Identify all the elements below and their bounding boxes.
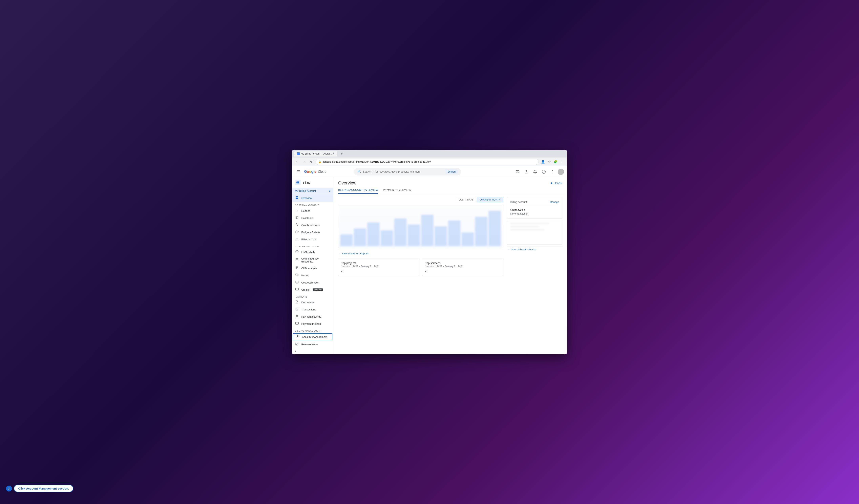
sidebar-item-payment-method[interactable]: Payment method [292,320,333,327]
last-7-days-btn[interactable]: LAST 7 DAYS [456,197,476,202]
bookmark-star-btn[interactable]: ☆ [546,159,552,165]
avatar[interactable] [558,169,564,175]
cloud-shell-btn[interactable] [514,168,521,175]
top-projects-card: Top projects January 1, 2023 – January 3… [338,259,419,276]
svg-rect-14 [296,216,298,219]
callout-container: 3 Click Account Management section. [6,485,73,492]
finops-icon [295,250,299,254]
manage-link[interactable]: Manage [550,200,559,203]
sidebar-item-cost-breakdown[interactable]: Cost breakdown [292,222,333,229]
sidebar-item-billing-export[interactable]: Billing export [292,236,333,243]
notifications-btn[interactable] [531,168,539,175]
tab-payment-overview[interactable]: PAYMENT OVERVIEW [383,186,411,194]
sidebar-item-overview[interactable]: Overview [292,194,333,202]
content-header: Overview LEARN [333,177,567,186]
tab-billing-overview[interactable]: BILLING ACCOUNT OVERVIEW [338,186,378,194]
tab-close-btn[interactable]: × [333,152,334,155]
sidebar-item-credits[interactable]: Credits PREVIEW [292,286,333,293]
browser-titlebar: My Billing Account – Overvi... × + [292,150,567,157]
toolbar-actions: 👤 ☆ 🧩 ⋮ [540,159,565,165]
url-text: console.cloud.google.com/billing/01A784-… [322,160,431,163]
account-selector[interactable]: My Billing Account ▾ [292,188,333,194]
sidebar-item-finops[interactable]: FinOps hub [292,248,333,256]
health-checks-blurred [510,223,559,243]
refresh-button[interactable]: ↺ [308,159,314,165]
sidebar-item-cud[interactable]: Committed use discounts... [292,256,333,265]
sidebar-item-account-management[interactable]: Account management [292,333,332,340]
account-management-wrapper: Account management [292,333,332,340]
browser-window: My Billing Account – Overvi... × + ← → ↺… [292,150,567,354]
svg-rect-7 [296,196,297,197]
back-button[interactable]: ← [294,159,300,165]
cost-breakdown-label: Cost breakdown [301,224,320,227]
chart-bar-7 [421,215,434,246]
cud-icon [295,258,299,262]
svg-rect-8 [297,196,298,197]
top-services-title: Top services [425,261,500,265]
secure-icon: 🔒 [318,160,321,163]
sidebar-item-cost-estimation[interactable]: Cost estimation [292,279,333,286]
overview-label: Overview [301,197,312,199]
chart-controls: LAST 7 DAYS CURRENT MONTH [338,197,503,202]
chart-section: LAST 7 DAYS CURRENT MONTH [338,197,503,276]
sidebar-item-transactions[interactable]: Transactions [292,306,333,313]
cost-estimation-icon [295,280,299,285]
browser-toolbar: ← → ↺ 🔒 console.cloud.google.com/billing… [292,157,567,166]
pricing-icon [295,273,299,277]
top-services-card: Top services January 1, 2023 – January 3… [422,259,503,276]
learn-label: LEARN [554,182,562,185]
nav-actions: ⋮ [514,168,564,175]
top-services-date: January 1, 2023 – January 31, 2024 [425,265,500,268]
svg-point-38 [297,335,298,336]
hamburger-menu-btn[interactable]: ☰ [295,168,302,176]
sidebar-item-payment-settings[interactable]: Payment settings [292,313,333,320]
learn-link[interactable]: LEARN [551,182,562,185]
view-reports-link[interactable]: → View details on Reports [338,250,503,257]
sidebar-item-reports[interactable]: Reports [292,207,333,214]
browser-tab[interactable]: My Billing Account – Overvi... × [294,151,337,156]
forward-button[interactable]: → [301,159,307,165]
payment-settings-icon [295,315,299,319]
more-options-btn[interactable]: ⋮ [549,168,556,175]
current-month-btn[interactable]: CURRENT MONTH [477,197,503,202]
sidebar-item-release-notes[interactable]: Release Notes [292,341,333,348]
documents-icon [295,300,299,304]
search-icon: 🔍 [357,170,361,173]
top-nav: ☰ Google Cloud 🔍 Search [292,166,567,177]
account-management-label: Account management [302,335,327,338]
sidebar-item-budgets[interactable]: Budgets & alerts [292,229,333,236]
chart-bar-4 [381,230,393,246]
sidebar-item-cost-table[interactable]: Cost table [292,214,333,222]
sidebar-item-cud-analysis[interactable]: CUD analysis [292,265,333,272]
dropdown-arrow-icon: ▾ [329,189,330,193]
extension-btn[interactable]: 🧩 [553,159,558,165]
view-all-health-checks-link[interactable]: → View all health checks [507,246,562,253]
sidebar-collapse-btn[interactable]: ‹ [292,348,333,354]
reports-icon [295,209,299,213]
section-cost-management: Cost management [292,202,333,207]
search-button[interactable]: Search [446,169,458,174]
new-tab-button[interactable]: + [339,151,345,156]
svg-point-35 [296,315,297,316]
more-tools-btn[interactable]: ⋮ [559,159,565,165]
arrow-right-health-icon: → [507,248,510,251]
payment-method-icon [295,322,299,326]
search-input[interactable] [363,170,444,173]
callout-bubble: Click Account Management section. [14,485,73,492]
step-badge: 3 [6,486,12,491]
address-bar[interactable]: 🔒 console.cloud.google.com/billing/01A78… [316,159,539,165]
top-projects-services: Top projects January 1, 2023 – January 3… [338,259,503,276]
sidebar-item-pricing[interactable]: Pricing [292,272,333,279]
tab-title: My Billing Account – Overvi... [301,152,332,155]
chart-bar-5 [394,218,407,246]
search-bar-container[interactable]: 🔍 Search [354,168,461,175]
top-projects-value: £1 [341,270,416,273]
help-btn[interactable] [540,168,547,175]
top-projects-date: January 1, 2023 – January 31, 2024 [341,265,416,268]
chart-bar-12 [488,211,501,246]
sidebar-item-documents[interactable]: Documents [292,299,333,306]
profile-icon-btn[interactable]: 👤 [540,159,546,165]
svg-rect-23 [296,259,298,261]
chart-bar-10 [462,232,474,246]
uploads-btn[interactable] [523,168,530,175]
